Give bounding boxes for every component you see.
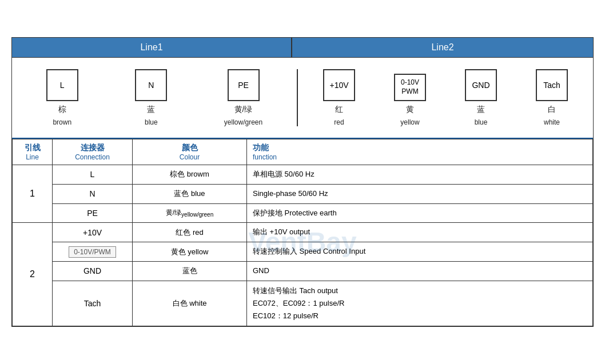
line-1-color-L: 棕色 browm xyxy=(133,165,247,184)
connector-N-box: N xyxy=(135,69,167,101)
pwm-box-label: 0-10V/PWM xyxy=(69,246,116,258)
connector-Tach-box: Tach xyxy=(536,69,568,101)
connector-GND: GND 蓝 blue xyxy=(465,69,497,126)
connector-PWM: 0-10VPWM 黄 yellow xyxy=(394,74,426,126)
table-section: 引线 Line 连接器 Connection 颜色 Colour 功能 func… xyxy=(12,139,593,326)
connector-10V-cn: 红 xyxy=(335,105,343,115)
connector-10V: +10V 红 red xyxy=(323,69,355,126)
line1-diagram: L 棕 brown N 蓝 blue PE 黄/绿 yellow/green xyxy=(18,69,298,126)
line-2-conn-10V: +10V xyxy=(53,223,133,242)
connector-Tach: Tach 白 white xyxy=(536,69,568,126)
table-row: N 蓝色 blue Single-phase 50/60 Hz xyxy=(13,184,593,203)
line-2-func-Tach: 转速信号输出 Tach output EC072、EC092：1 pulse/R… xyxy=(247,281,593,326)
connector-N-en: blue xyxy=(145,118,158,126)
connector-L-box: L xyxy=(46,69,78,101)
main-container: VentBay Line1 Line2 L 棕 brown N 蓝 blue P… xyxy=(11,37,594,327)
connector-GND-cn: 蓝 xyxy=(477,105,485,115)
connector-Tach-cn: 白 xyxy=(548,105,556,115)
line-2-conn-PWM: 0-10V/PWM xyxy=(53,242,133,262)
connector-PE-box: PE xyxy=(228,69,260,101)
line-1-color-N: 蓝色 blue xyxy=(133,184,247,203)
connector-Tach-en: white xyxy=(544,118,560,126)
table-row: 2 +10V 红色 red 输出 +10V output xyxy=(13,223,593,242)
line-1-conn-N: N xyxy=(53,184,133,203)
line-2-color-PWM: 黄色 yellow xyxy=(133,242,247,262)
table-row: PE 黄/绿yellow/green 保护接地 Protective earth xyxy=(13,203,593,223)
table-row: 0-10V/PWM 黄色 yellow 转速控制输入 Speed Control… xyxy=(13,242,593,262)
th-connection: 连接器 Connection xyxy=(53,139,133,165)
line-1-number: 1 xyxy=(13,165,53,222)
connector-PWM-cn: 黄 xyxy=(406,105,414,115)
table-row: 1 L 棕色 browm 单相电源 50/60 Hz xyxy=(13,165,593,184)
connector-10V-en: red xyxy=(334,118,344,126)
line-2-color-GND: 蓝色 xyxy=(133,261,247,281)
connector-10V-box: +10V xyxy=(323,69,355,101)
line-1-func-PE: 保护接地 Protective earth xyxy=(247,203,593,223)
header-line2: Line2 xyxy=(292,38,593,57)
line-1-conn-PE: PE xyxy=(53,203,133,223)
connector-GND-box: GND xyxy=(465,69,497,101)
connector-PWM-box: 0-10VPWM xyxy=(394,74,426,101)
connector-PE: PE 黄/绿 yellow/green xyxy=(224,69,262,126)
connector-PWM-en: yellow xyxy=(400,118,419,126)
line-2-conn-Tach: Tach xyxy=(53,281,133,326)
line-2-color-Tach: 白色 white xyxy=(133,281,247,326)
main-table: 引线 Line 连接器 Connection 颜色 Colour 功能 func… xyxy=(12,139,593,326)
th-function: 功能 function xyxy=(247,139,593,165)
table-row: Tach 白色 white 转速信号输出 Tach output EC072、E… xyxy=(13,281,593,326)
line-1-func-L: 单相电源 50/60 Hz xyxy=(247,165,593,184)
line-2-func-GND: GND xyxy=(247,261,593,281)
line-1-conn-L: L xyxy=(53,165,133,184)
header-line1: Line1 xyxy=(12,38,292,57)
connector-N-cn: 蓝 xyxy=(147,105,155,115)
connector-PE-en: yellow/green xyxy=(224,118,262,126)
th-colour: 颜色 Colour xyxy=(133,139,247,165)
line2-diagram: +10V 红 red 0-10VPWM 黄 yellow GND 蓝 blue … xyxy=(298,69,587,126)
line-2-func-10V: 输出 +10V output xyxy=(247,223,593,242)
line-2-func-PWM: 转速控制输入 Speed Control Input xyxy=(247,242,593,262)
table-row: GND 蓝色 GND xyxy=(13,261,593,281)
line-1-func-N: Single-phase 50/60 Hz xyxy=(247,184,593,203)
line-1-color-PE: 黄/绿yellow/green xyxy=(133,203,247,223)
connector-N: N 蓝 blue xyxy=(135,69,167,126)
line-2-number: 2 xyxy=(13,223,53,326)
connector-L: L 棕 brown xyxy=(46,69,78,126)
line-2-color-10V: 红色 red xyxy=(133,223,247,242)
connector-L-en: brown xyxy=(53,118,71,126)
header-row: Line1 Line2 xyxy=(12,38,593,58)
line-2-conn-GND: GND xyxy=(53,261,133,281)
connector-PE-cn: 黄/绿 xyxy=(234,105,253,115)
diagram-row: L 棕 brown N 蓝 blue PE 黄/绿 yellow/green +… xyxy=(12,58,593,139)
table-header-row: 引线 Line 连接器 Connection 颜色 Colour 功能 func… xyxy=(13,139,593,165)
th-line: 引线 Line xyxy=(13,139,53,165)
connector-GND-en: blue xyxy=(475,118,488,126)
connector-L-cn: 棕 xyxy=(58,105,66,115)
